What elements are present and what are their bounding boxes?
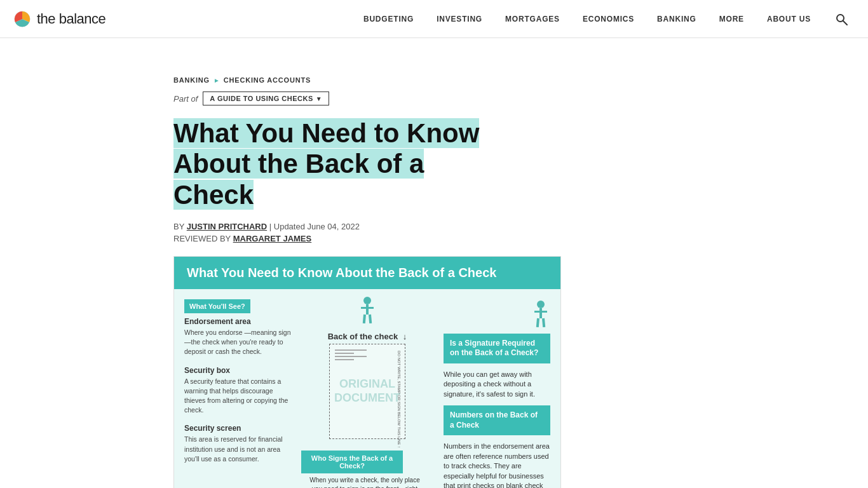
check-watermark: ORIGINAL DOCUMENT	[330, 377, 405, 405]
security-box-desc: A security feature that contains a warni…	[184, 377, 291, 416]
svg-rect-12	[542, 318, 545, 327]
search-icon	[835, 13, 848, 25]
infographic-item-security-screen: Security screen This area is reserved fo…	[184, 424, 291, 464]
svg-point-8	[537, 301, 545, 308]
breadcrumb-checking[interactable]: CHECKING ACCOUNTS	[224, 76, 311, 84]
author-line: BY JUSTIN PRITCHARD | Updated June 04, 2…	[173, 222, 695, 231]
check-vertical-text: DO NOT WRITE, STAMP OR SIGN BELOW THIS L…	[397, 351, 401, 448]
top-figure	[358, 295, 377, 329]
logo-icon	[13, 10, 32, 29]
right-figure	[444, 299, 550, 331]
infographic-center-panel: Back of the check ↓ ORIGINAL DOCUMENT DO…	[301, 289, 433, 488]
nav-item-about-us[interactable]: ABOUT US	[756, 0, 822, 38]
right-section2-text: Numbers in the endorsement area are ofte…	[444, 442, 550, 488]
infographic: What You Need to Know About the Back of …	[173, 256, 561, 488]
title-highlight-2: About the Back of a Check	[173, 149, 424, 209]
reviewer-name[interactable]: MARGARET JAMES	[233, 234, 312, 243]
endorsement-title: Endorsement area	[184, 317, 291, 326]
infographic-title: What You Need to Know About the Back of …	[187, 266, 548, 280]
infographic-item-endorsement: Endorsement area Where you endorse —mean…	[184, 317, 291, 357]
infographic-right-panel: Is a Signature Required on the Back of a…	[433, 289, 560, 488]
svg-rect-7	[369, 315, 372, 323]
logo-text: the balance	[37, 11, 105, 27]
right-section1-title: Is a Signature Required on the Back of a…	[444, 334, 550, 363]
title-highlight-1: What You Need to Know	[173, 118, 479, 148]
endorsement-desc: Where you endorse —meaning sign—the chec…	[184, 328, 291, 357]
svg-rect-6	[363, 315, 366, 323]
breadcrumb-banking[interactable]: BANKING	[173, 76, 210, 84]
nav-item-mortgages[interactable]: MORTGAGES	[494, 0, 571, 38]
infographic-left-panel: What You'll See? Endorsement area Where …	[174, 289, 301, 488]
check-visual: ORIGINAL DOCUMENT DO NOT WRITE, STAMP OR…	[329, 344, 405, 439]
main-content: BANKING ► CHECKING ACCOUNTS Part of A GU…	[161, 38, 707, 488]
breadcrumb-arrow-icon: ►	[214, 77, 220, 84]
svg-rect-11	[536, 318, 539, 327]
arrow-down-icon: ↓	[403, 332, 407, 341]
svg-rect-10	[534, 311, 547, 313]
right-section2-title: Numbers on the Back of a Check	[444, 405, 550, 435]
security-screen-desc: This area is reserved for financial inst…	[184, 435, 291, 464]
nav-item-investing[interactable]: INVESTING	[425, 0, 494, 38]
security-screen-title: Security screen	[184, 424, 291, 433]
svg-line-2	[843, 21, 847, 25]
infographic-body: What You'll See? Endorsement area Where …	[174, 289, 560, 488]
nav-item-more[interactable]: MORE	[708, 0, 756, 38]
right-section1-text: While you can get away with depositing a…	[444, 370, 550, 399]
updated-date: | Updated June 04, 2022	[269, 222, 360, 231]
person-figure-right-icon	[531, 299, 550, 331]
left-section-title: What You'll See?	[184, 299, 250, 313]
svg-point-3	[363, 297, 371, 304]
reviewed-prefix: REVIEWED BY	[173, 234, 231, 243]
part-of-label: Part of	[173, 94, 198, 104]
reviewed-line: REVIEWED BY MARGARET JAMES	[173, 234, 695, 243]
svg-rect-4	[366, 304, 369, 315]
site-logo[interactable]: the balance	[13, 10, 105, 29]
search-button[interactable]	[827, 5, 855, 33]
author-info: BY JUSTIN PRITCHARD | Updated June 04, 2…	[173, 222, 695, 243]
back-of-check-label: Back of the check ↓	[328, 332, 407, 341]
guide-badge-text: A GUIDE TO USING CHECKS	[210, 95, 313, 102]
site-header: the balance BUDGETING INVESTING MORTGAGE…	[0, 0, 868, 38]
infographic-header: What You Need to Know About the Back of …	[174, 257, 560, 289]
svg-rect-9	[539, 308, 542, 318]
svg-rect-5	[361, 307, 374, 309]
bottom-section-label: Who Signs the Back of a Check?	[301, 451, 403, 473]
bottom-section-text: When you write a check, the only place y…	[301, 473, 428, 488]
author-prefix: BY	[173, 222, 184, 231]
main-nav: BUDGETING INVESTING MORTGAGES ECONOMICS …	[352, 0, 822, 38]
check-lines	[335, 349, 367, 362]
breadcrumb: BANKING ► CHECKING ACCOUNTS	[173, 76, 695, 84]
guide-badge[interactable]: A GUIDE TO USING CHECKS ▼	[203, 92, 329, 105]
article-title: What You Need to Know About the Back of …	[173, 118, 504, 210]
bottom-section: Who Signs the Back of a Check? When you …	[301, 445, 433, 488]
nav-item-banking[interactable]: BANKING	[646, 0, 708, 38]
nav-item-economics[interactable]: ECONOMICS	[571, 0, 646, 38]
author-name[interactable]: JUSTIN PRITCHARD	[187, 222, 267, 231]
part-of-section: Part of A GUIDE TO USING CHECKS ▼	[173, 92, 695, 105]
nav-item-budgeting[interactable]: BUDGETING	[352, 0, 425, 38]
security-box-title: Security box	[184, 366, 291, 375]
chevron-down-icon: ▼	[316, 95, 322, 102]
person-figure-icon	[358, 295, 377, 327]
infographic-item-security-box: Security box A security feature that con…	[184, 366, 291, 416]
